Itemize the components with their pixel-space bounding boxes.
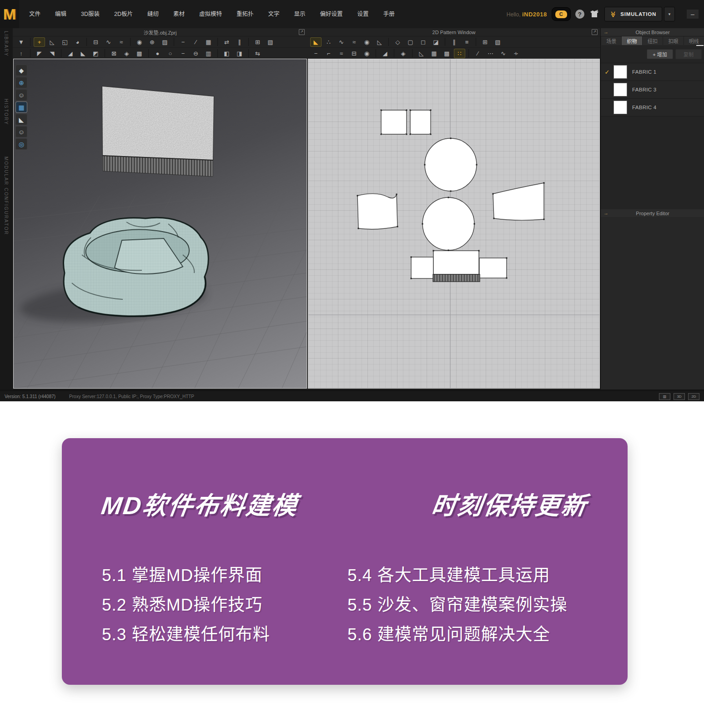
tool-sew-dots-tool[interactable]: ∷ — [454, 49, 465, 58]
tool-steam-iron-tool[interactable]: ⊠ — [108, 49, 120, 58]
tool-sew-pattern-tool[interactable]: ▩ — [441, 49, 453, 58]
menu-item-重拓扑[interactable]: 重拓扑 — [229, 0, 261, 28]
viewport-3d[interactable]: ◆⊕☺▦◣☺◎ — [13, 59, 307, 389]
dock-tab-history[interactable]: HISTORY — [4, 99, 9, 125]
tool-sew-fold-tool[interactable]: ⊟ — [348, 49, 360, 58]
dock-tab-modular-configurator[interactable]: MODULAR CONFIGURATOR — [4, 157, 9, 235]
tool-arrange-points-tool[interactable]: ⇄ — [221, 37, 232, 47]
tool-iron-tool[interactable]: ◢ — [379, 49, 391, 58]
tool-grid-tool[interactable]: ⊞ — [252, 37, 263, 47]
tool-fit-garment-tool[interactable]: ◈ — [121, 49, 132, 58]
vp-cloth-drape-icon[interactable]: ◣ — [15, 114, 27, 125]
tab-2[interactable]: 纽扣 — [643, 36, 663, 45]
tool-segment-sew-tool[interactable]: − — [310, 49, 322, 58]
menu-item-偏好设置[interactable]: 偏好设置 — [313, 0, 350, 28]
vp-avatar-icon[interactable]: ☺ — [15, 89, 27, 101]
pattern-piece-right[interactable] — [493, 183, 544, 220]
menu-item-编辑[interactable]: 编辑 — [48, 0, 74, 28]
tool-garment-fit-tool[interactable]: ◈ — [397, 49, 409, 58]
tool-pin-tool[interactable]: ◉ — [134, 37, 145, 47]
add-garment-icon[interactable] — [589, 9, 600, 19]
tool-pleats-tool[interactable]: ∥ — [448, 37, 460, 47]
panel-arrow-icon[interactable]: → — [603, 209, 608, 217]
tool-seam-taping-tool[interactable]: ◧ — [221, 49, 232, 58]
tool-slash-dot-tool[interactable]: ∻ — [510, 49, 522, 58]
fabric-row-2[interactable]: FABRIC 3 — [601, 81, 704, 99]
tool-rotate-tool[interactable]: ◕ — [72, 37, 83, 47]
add-fabric-button[interactable]: + 增加 — [647, 49, 673, 59]
tool-knife-tool[interactable]: ◥ — [46, 49, 58, 58]
tool-edit-curve-point-tool[interactable]: ≈ — [348, 37, 360, 47]
tool-gizmo-dropdown[interactable]: ▼ — [15, 37, 27, 47]
tool-edit-texture-tool[interactable]: ▨ — [159, 37, 171, 47]
tool-sew-detail-tool[interactable]: ▦ — [203, 37, 214, 47]
pattern-piece-circle-top[interactable] — [425, 138, 477, 191]
menu-item-3d服装[interactable]: 3D服装 — [74, 0, 107, 28]
tool-sew-free-tool[interactable]: ∕ — [190, 37, 201, 47]
tool-dash-line-tool[interactable]: ⋯ — [485, 49, 496, 58]
curtain-pattern-mesh[interactable] — [99, 83, 216, 177]
tab-3[interactable]: 扣眼 — [663, 36, 683, 45]
copy-fabric-button[interactable]: 复制 — [675, 49, 702, 59]
fabric-swatch[interactable] — [613, 83, 627, 96]
fabric-row-1[interactable]: ✓ FABRIC 1 — [601, 63, 704, 81]
vp-globe-icon[interactable]: ◎ — [15, 138, 27, 150]
pattern-piece-rect-left[interactable] — [411, 257, 433, 278]
tool-sew-point-tool[interactable]: ◉ — [361, 49, 372, 58]
tool-fold-line-tool[interactable]: ∿ — [103, 37, 114, 47]
tool-seam-taping-flat-tool[interactable]: ◨ — [234, 49, 245, 58]
tool-circle-tool[interactable]: ◻ — [417, 37, 429, 47]
pattern-piece-square-2[interactable] — [410, 110, 431, 134]
tool-edit-curvature-tool[interactable]: ∿ — [336, 37, 347, 47]
pattern-piece-circle-bottom[interactable] — [422, 197, 474, 250]
popout-icon[interactable]: ↗ — [299, 29, 305, 35]
simulation-button[interactable]: ≫ SIMULATION — [604, 7, 662, 21]
tool-pattern-3d-tool[interactable]: ▩ — [134, 49, 145, 58]
tool-sew-check-tool[interactable]: ▦ — [428, 49, 440, 58]
tool-refit-tool[interactable]: ◩ — [90, 49, 101, 58]
simulation-dropdown[interactable]: ▼ — [664, 7, 675, 21]
menu-item-虚拟模特[interactable]: 虚拟模特 — [192, 0, 229, 28]
tool-sew-segment-tool[interactable]: − — [177, 37, 189, 47]
tab-0[interactable]: 场景 — [601, 36, 621, 45]
view-2d-button[interactable]: 2D — [688, 393, 699, 400]
tool-line-tool[interactable]: ∕ — [472, 49, 483, 58]
popout-icon[interactable]: ↗ — [592, 29, 598, 35]
tool-rectangle-tool[interactable]: ▢ — [405, 37, 416, 47]
tool-button-tool[interactable]: ● — [152, 49, 163, 58]
tool-buttonhole-tool[interactable]: ○ — [165, 49, 176, 58]
cloud-sync-button[interactable]: C — [552, 7, 571, 21]
split-view-button[interactable]: ▥ — [659, 393, 670, 400]
minimize-button[interactable]: – — [687, 10, 699, 19]
panel-arrow-icon[interactable]: → — [603, 28, 608, 36]
tool-trace-tool[interactable]: ◺ — [374, 37, 385, 47]
vp-garment-icon[interactable]: ◆ — [15, 65, 27, 76]
tool-grid-skew-tool[interactable]: ▧ — [265, 37, 276, 47]
tab-4[interactable]: 明线 — [684, 36, 704, 45]
pattern-piece-square-1[interactable] — [381, 110, 407, 134]
menu-item-素材[interactable]: 素材 — [166, 0, 192, 28]
tool-polygon-tool[interactable]: ◇ — [392, 37, 403, 47]
menu-item-2d板片[interactable]: 2D板片 — [107, 0, 140, 28]
menu-item-文字[interactable]: 文字 — [261, 0, 287, 28]
tool-transform-tool[interactable]: ◱ — [59, 37, 70, 47]
tool-stitch-tool[interactable]: − — [177, 49, 189, 58]
menu-item-缝纫[interactable]: 缝纫 — [140, 0, 166, 28]
tool-zipper-tool[interactable]: ▥ — [203, 49, 214, 58]
pattern-piece-rect-center[interactable] — [433, 251, 479, 274]
tool-walk-avatar-tool[interactable]: ↑ — [15, 49, 27, 58]
tool-grid-2d-tool[interactable]: ⊞ — [479, 37, 491, 47]
tool-fold-curve-tool[interactable]: ≈ — [116, 37, 127, 47]
tool-add-point-tool[interactable]: ◉ — [361, 37, 372, 47]
menu-item-文件[interactable]: 文件 — [22, 0, 48, 28]
dock-tab-library[interactable]: LIBRARY — [4, 31, 9, 57]
tool-zipper-lock-tool[interactable]: ⊖ — [190, 49, 201, 58]
menu-item-显示[interactable]: 显示 — [287, 0, 313, 28]
vp-mannequin-head-icon[interactable]: ☺ — [15, 126, 27, 137]
tool-wave-line-tool[interactable]: ∿ — [498, 49, 509, 58]
vp-simulation-spheres-icon[interactable]: ⊕ — [15, 77, 27, 88]
pattern-piece-left[interactable] — [357, 194, 397, 229]
tool-pin-box-tool[interactable]: ⊕ — [146, 37, 158, 47]
tool-unfold-tool[interactable]: ◣ — [77, 49, 89, 58]
tool-pleats-fold-tool[interactable]: ≡ — [461, 37, 473, 47]
